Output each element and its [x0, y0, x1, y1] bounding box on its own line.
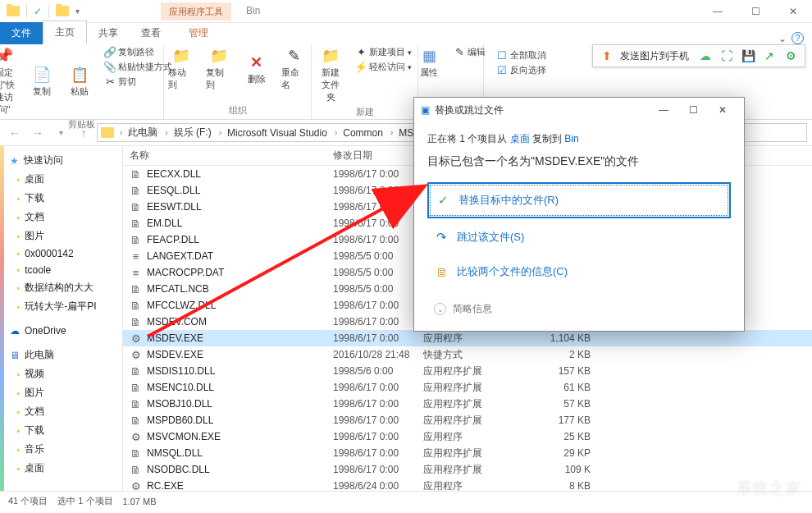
easy-access-button[interactable]: ⚡轻松访问▾ [352, 60, 415, 74]
tab-manage[interactable]: 管理 [177, 22, 220, 44]
cloud-icon[interactable]: ☁ [696, 48, 715, 64]
dialog-close-button[interactable]: ✕ [708, 98, 737, 121]
tab-file[interactable]: 文件 [0, 22, 43, 44]
dialog-more-info[interactable]: ⌄ 简略信息 [427, 291, 731, 318]
file-icon: ≡ [130, 250, 142, 263]
file-row[interactable]: ⚙MSDEV.EXE2016/10/28 21:48快捷方式2 KB [123, 346, 812, 363]
ribbon-expand-icon[interactable]: ⌄ [778, 33, 787, 44]
sidebar-item[interactable]: ▪图片 [0, 227, 122, 245]
sidebar-item[interactable]: ▪tcoole [0, 262, 122, 278]
file-icon: ≡ [130, 267, 142, 279]
send-to-phone-icon[interactable]: ⬆ [597, 48, 617, 64]
file-date: 1998/6/17 0:00 [326, 332, 417, 344]
maximize-button[interactable]: ☐ [737, 0, 774, 23]
sidebar-item[interactable]: ▪文档 [0, 208, 122, 227]
breadcrumb-segment[interactable]: Common [340, 127, 388, 139]
external-toolbar: ⬆ 发送图片到手机 ☁ ⛶ 💾 ↗ ⚙ [592, 44, 805, 67]
move-to-button[interactable]: 📁移动到 [165, 45, 198, 94]
file-date: 1998/6/17 0:00 [326, 185, 417, 196]
qat-chevron-icon[interactable]: ▾ [75, 7, 80, 16]
file-name: RC.EXE [147, 480, 184, 492]
file-row[interactable]: 🗎MSOBJ10.DLL1998/6/17 0:00应用程序扩展57 KB [123, 396, 812, 412]
expand-icon[interactable]: ⛶ [717, 48, 737, 64]
file-name: MSPDB60.DLL [147, 415, 213, 426]
pin-button[interactable]: 📌固定到"快 速访问" [0, 45, 21, 118]
invert-selection-button[interactable]: ☑反向选择 [493, 63, 550, 77]
sidebar-item[interactable]: ▪文档 [0, 402, 122, 421]
column-date[interactable]: 修改日期 [326, 149, 417, 163]
deselect-all-button[interactable]: ☐全部取消 [493, 48, 550, 62]
dialog-maximize-button[interactable]: ☐ [678, 98, 708, 121]
window-title: Bin [246, 5, 260, 16]
settings-icon[interactable]: ⚙ [781, 48, 801, 64]
share-icon[interactable]: ↗ [760, 48, 779, 64]
send-to-phone-label[interactable]: 发送图片到手机 [618, 49, 694, 63]
file-row[interactable]: ⚙RC.EXE1998/6/24 0:00应用程序8 KB [123, 478, 812, 494]
file-date: 1998/6/17 0:00 [326, 431, 417, 442]
app-icon [7, 6, 20, 16]
file-name: MFCATL.NCB [147, 283, 209, 295]
sidebar-item[interactable]: ▪桌面 [0, 459, 122, 478]
sidebar-item[interactable]: ▪视频 [0, 364, 122, 383]
sidebar-quick-access[interactable]: ★快速访问 [0, 151, 122, 170]
sidebar-item[interactable]: ▪图片 [0, 383, 122, 402]
tab-view[interactable]: 查看 [130, 22, 172, 44]
quick-access-toolbar: ✓ ▾ [0, 5, 86, 18]
paste-button[interactable]: 📋粘贴 [63, 45, 96, 118]
dialog-skip-option[interactable]: ↷ 跳过该文件(S) [427, 222, 731, 253]
sidebar-item[interactable]: ▪音乐 [0, 440, 122, 459]
breadcrumb-segment[interactable]: Microsoft Visual Studio [224, 127, 332, 139]
file-size: 2 KB [531, 349, 597, 360]
file-name: FEACP.DLL [147, 234, 199, 245]
file-row[interactable]: ⚙MSDEV.EXE1998/6/17 0:00应用程序1,104 KB [123, 330, 812, 346]
copy-to-button[interactable]: 📁复制到 [203, 45, 235, 94]
properties-button[interactable]: ▦属性 [413, 45, 445, 81]
rename-button[interactable]: ✎重命名 [278, 45, 311, 94]
sidebar-onedrive[interactable]: ☁OneDrive [0, 323, 122, 339]
file-type: 应用程序 [417, 332, 531, 346]
file-size: 8 KB [531, 480, 597, 492]
new-folder-button[interactable]: 📁新建 文件夹 [314, 45, 347, 106]
sidebar-item[interactable]: ▪下载 [0, 189, 122, 208]
dialog-replace-option[interactable]: ✓ 替换目标中的文件(R) [427, 182, 731, 218]
file-name: EESQL.DLL [147, 185, 200, 196]
sidebar-item[interactable]: ▪0x0000142 [0, 245, 122, 262]
dialog-minimize-button[interactable]: — [649, 98, 678, 121]
sidebar-item[interactable]: ▪数据结构的大大 [0, 278, 122, 297]
breadcrumb-segment[interactable]: 娱乐 (F:) [171, 126, 217, 140]
sidebar-item[interactable]: ▪下载 [0, 421, 122, 440]
file-row[interactable]: 🗎MSPDB60.DLL1998/6/17 0:00应用程序扩展177 KB [123, 412, 812, 428]
folder-icon[interactable] [56, 6, 69, 16]
copy-button[interactable]: 📄复制 [25, 45, 58, 118]
file-row[interactable]: 🗎NSODBC.DLL1998/6/17 0:00应用程序扩展109 K [123, 461, 812, 478]
file-row[interactable]: 🗎MSDIS110.DLL1998/5/6 0:00应用程序扩展157 KB [123, 363, 812, 379]
nav-forward-button[interactable]: → [28, 123, 48, 143]
file-row[interactable]: 🗎NMSQL.DLL1998/6/17 0:00应用程序扩展29 KP [123, 445, 812, 461]
file-name: MSVCMON.EXE [147, 431, 221, 442]
column-name[interactable]: 名称 [123, 149, 326, 163]
file-type: 应用程序扩展 [417, 364, 531, 378]
close-button[interactable]: ✕ [774, 0, 812, 23]
sidebar: ★快速访问 ▪桌面▪下载▪文档▪图片▪0x0000142▪tcoole▪数据结构… [0, 146, 123, 491]
contextual-tab-label: 应用程序工具 [161, 2, 231, 21]
new-item-button[interactable]: ✦新建项目▾ [352, 45, 415, 59]
file-type: 应用程序扩展 [417, 381, 531, 395]
edit-button[interactable]: ✎编辑 [450, 45, 489, 59]
file-icon: 🗎 [130, 464, 142, 476]
file-row[interactable]: ⚙MSVCMON.EXE1998/6/17 0:00应用程序25 KB [123, 428, 812, 445]
save-icon[interactable]: 💾 [738, 48, 758, 64]
file-row[interactable]: 🗎MSENC10.DLL1998/6/17 0:00应用程序扩展61 KB [123, 379, 812, 396]
qat-check-icon[interactable]: ✓ [34, 6, 42, 17]
breadcrumb-segment[interactable]: 此电脑 [125, 126, 162, 140]
dialog-compare-option[interactable]: 🗎 比较两个文件的信息(C) [427, 256, 731, 287]
sidebar-item[interactable]: ▪桌面 [0, 170, 122, 189]
ribbon-tabs: 文件 主页 共享 查看 管理 ⌄ ? [0, 23, 812, 44]
sidebar-this-pc[interactable]: 🖥此电脑 [0, 346, 122, 364]
nav-back-button[interactable]: ← [5, 123, 25, 143]
help-icon[interactable]: ? [791, 32, 804, 44]
sidebar-item[interactable]: ▪玩转大学-扁平PI [0, 297, 122, 316]
minimize-button[interactable]: — [699, 0, 737, 23]
tab-home[interactable]: 主页 [43, 21, 87, 44]
tab-share[interactable]: 共享 [87, 22, 130, 44]
delete-button[interactable]: ✕删除 [240, 45, 273, 94]
